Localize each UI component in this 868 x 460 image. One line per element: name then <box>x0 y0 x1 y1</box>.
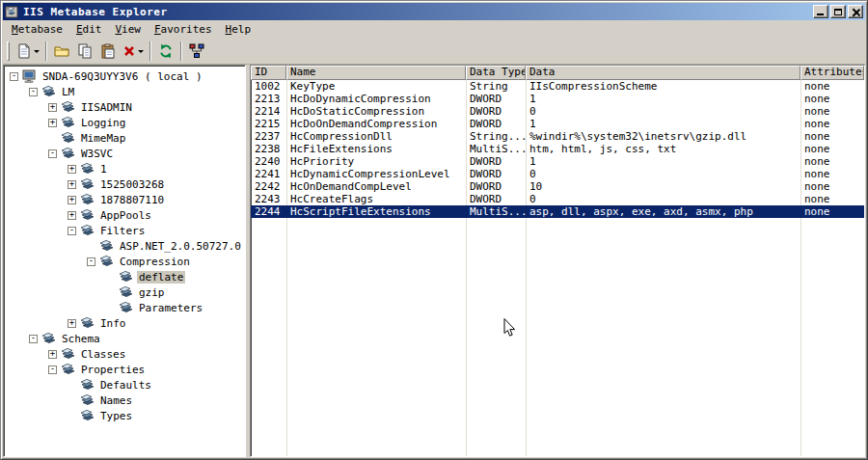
table-row[interactable]: 2244HcScriptFileExtensionsMultiS...asp, … <box>251 205 864 218</box>
column-header-name[interactable]: Name <box>286 66 466 80</box>
tree-item-filters[interactable]: -Filters <box>4 223 245 238</box>
table-row[interactable]: 1002KeyTypeStringIIsCompressionSchemenon… <box>251 80 864 93</box>
main-area: -SNDA-69Q3UYY3V6 ( local )-LM+IISADMIN+L… <box>3 65 865 457</box>
tree-item-iisadmin[interactable]: +IISADMIN <box>4 99 245 115</box>
menu-edit[interactable]: Edit <box>69 21 109 38</box>
tree-item-names[interactable]: Names <box>4 392 245 408</box>
cell-attributes: none <box>800 80 864 93</box>
copy-button[interactable] <box>73 41 96 62</box>
tree-item-compression[interactable]: -Compression <box>4 254 245 269</box>
toolbar-grip[interactable] <box>7 41 10 61</box>
metabase-node-icon <box>80 393 95 407</box>
tree-item-logging[interactable]: +Logging <box>4 115 245 130</box>
list-header: IDNameData TypeDataAttributes <box>251 66 864 80</box>
tree-item-1878807110[interactable]: +1878807110 <box>4 192 245 207</box>
tree-item-1525003268[interactable]: +1525003268 <box>4 176 245 192</box>
table-row[interactable]: 2237HcCompressionDllString...%windir%\sy… <box>251 130 864 143</box>
dropdown-arrow-icon[interactable] <box>138 50 144 56</box>
table-row[interactable]: 2238HcFileExtensionsMultiS...htm, html, … <box>251 143 864 155</box>
table-row[interactable]: 2242HcOnDemandCompLevelDWORD10none <box>251 180 864 193</box>
window-title: IIS Metabase Explorer <box>23 6 811 18</box>
collapse-icon[interactable]: - <box>29 335 38 343</box>
expand-icon[interactable]: + <box>68 196 76 204</box>
tree-item-label: 1878807110 <box>98 194 166 206</box>
close-button[interactable] <box>848 5 863 18</box>
column-header-data[interactable]: Data <box>526 66 800 80</box>
table-row[interactable]: 2243HcCreateFlagsDWORD0none <box>251 193 864 205</box>
table-row[interactable]: 2215HcDoOnDemandCompressionDWORD1none <box>251 118 864 130</box>
cell-id: 1002 <box>251 80 286 93</box>
tree-item-asp-net-2-0-50727-0[interactable]: ASP.NET_2.0.50727.0 <box>4 238 245 254</box>
metabase-node-icon <box>80 193 95 206</box>
tree-item-apppools[interactable]: +AppPools <box>4 207 245 223</box>
tree-item-snda-69q3uyy3v6-local[interactable]: -SNDA-69Q3UYY3V6 ( local ) <box>4 68 245 84</box>
expand-icon[interactable]: + <box>68 319 76 328</box>
expand-icon[interactable]: + <box>68 180 76 189</box>
tree-item-classes[interactable]: +Classes <box>4 346 245 362</box>
list-pane: IDNameData TypeDataAttributes 1002KeyTyp… <box>250 65 865 457</box>
column-header-id[interactable]: ID <box>251 66 286 80</box>
collapse-icon[interactable]: - <box>87 257 95 266</box>
cell-name: KeyType <box>286 80 466 93</box>
column-grid-line <box>466 80 467 456</box>
tree-item-parameters[interactable]: Parameters <box>4 300 245 315</box>
expand-icon[interactable]: + <box>48 119 57 127</box>
cell-name: HcDynamicCompressionLevel <box>286 168 466 180</box>
table-row[interactable]: 2240HcPriorityDWORD1none <box>251 155 864 168</box>
tree-item-mimemap[interactable]: MimeMap <box>4 130 245 146</box>
metabase-node-icon <box>99 255 115 268</box>
connect-button[interactable] <box>185 41 208 62</box>
maximize-button[interactable] <box>830 5 846 18</box>
expand-icon[interactable]: + <box>48 350 57 359</box>
minimize-button[interactable] <box>813 5 828 18</box>
tree-item-deflate[interactable]: deflate <box>4 269 245 284</box>
collapse-icon[interactable]: - <box>48 149 57 158</box>
tree-item-types[interactable]: Types <box>4 408 245 423</box>
refresh-button[interactable] <box>154 41 177 62</box>
tree-item-properties[interactable]: -Properties <box>4 362 245 377</box>
cell-id: 2237 <box>251 130 286 143</box>
table-row[interactable]: 2214HcDoStaticCompressionDWORD0none <box>251 105 864 118</box>
menu-metabase[interactable]: Metabase <box>5 21 69 38</box>
cell-type: DWORD <box>466 155 526 168</box>
delete-button[interactable] <box>120 41 147 62</box>
new-key-button[interactable] <box>14 41 42 62</box>
menu-help[interactable]: Help <box>219 21 258 38</box>
tree-item-defaults[interactable]: Defaults <box>4 377 245 392</box>
tree-item-1[interactable]: +1 <box>4 161 245 176</box>
collapse-icon[interactable]: - <box>68 227 76 235</box>
column-grid-line <box>526 80 527 456</box>
cell-type: DWORD <box>466 180 526 193</box>
column-header-attributes[interactable]: Attributes <box>800 66 864 80</box>
paste-button[interactable] <box>96 41 120 62</box>
folder-icon <box>54 43 69 59</box>
toolbar-separator <box>180 41 182 61</box>
collapse-icon[interactable]: - <box>29 88 38 96</box>
open-button[interactable] <box>50 41 73 62</box>
tree-item-lm[interactable]: -LM <box>4 84 245 99</box>
table-row[interactable]: 2213HcDoDynamicCompressionDWORD1none <box>251 93 864 105</box>
metabase-node-icon <box>61 363 76 376</box>
tree-item-label: 1 <box>98 163 109 176</box>
collapse-icon[interactable]: - <box>48 365 57 374</box>
expand-icon[interactable]: + <box>68 211 76 220</box>
title-bar[interactable]: IIS Metabase Explorer <box>3 3 865 20</box>
menu-favorites[interactable]: Favorites <box>148 21 219 38</box>
cell-type: DWORD <box>466 93 526 105</box>
menu-view[interactable]: View <box>108 21 148 38</box>
tree-item-info[interactable]: +Info <box>4 315 245 331</box>
cell-id: 2238 <box>251 143 286 155</box>
app-window: IIS Metabase Explorer MetabaseEditViewFa… <box>0 0 868 460</box>
tree-item-gzip[interactable]: gzip <box>4 284 245 300</box>
tree-item-label: Info <box>98 317 128 330</box>
tree-item-schema[interactable]: -Schema <box>4 331 245 346</box>
tree-item-label: 1525003268 <box>98 178 166 191</box>
dropdown-arrow-icon[interactable] <box>34 50 40 56</box>
table-row[interactable]: 2241HcDynamicCompressionLevelDWORD0none <box>251 168 864 180</box>
expand-icon[interactable]: + <box>68 165 76 174</box>
column-header-data-type[interactable]: Data Type <box>466 66 526 80</box>
expand-icon[interactable]: + <box>48 103 57 112</box>
tree-item-w3svc[interactable]: -W3SVC <box>4 146 245 161</box>
tree-item-label: Types <box>98 410 134 422</box>
collapse-icon[interactable]: - <box>10 72 18 81</box>
